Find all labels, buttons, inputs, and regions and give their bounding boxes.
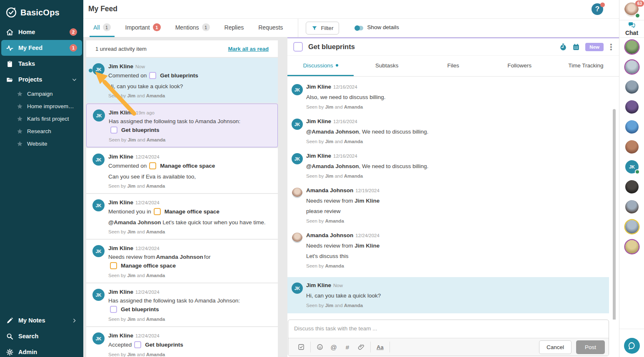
attachment-icon[interactable] bbox=[358, 344, 364, 350]
user-avatar[interactable] bbox=[625, 40, 639, 54]
project-item-karls-first-project[interactable]: Karls first project bbox=[0, 112, 83, 125]
task-tab-followers[interactable]: Followers bbox=[487, 56, 553, 76]
sidebar-item-my-feed[interactable]: My Feed1 bbox=[1, 40, 82, 56]
star-icon bbox=[17, 116, 23, 122]
feed-tab-requests[interactable]: Requests bbox=[255, 19, 287, 37]
user-avatar[interactable] bbox=[625, 140, 639, 154]
user-avatar[interactable] bbox=[625, 240, 639, 253]
logo[interactable]: BasicOps bbox=[0, 0, 83, 24]
task-tab-files[interactable]: Files bbox=[420, 56, 486, 76]
text-segment: Let's take quick tour when you have time… bbox=[161, 219, 265, 226]
mark-all-as-read-link[interactable]: Mark all as read bbox=[228, 46, 269, 52]
filter-button[interactable]: Filter bbox=[306, 22, 339, 35]
timer-icon[interactable] bbox=[559, 43, 567, 51]
task-chip-checkbox[interactable] bbox=[149, 162, 156, 169]
format-icon[interactable]: Aa bbox=[377, 344, 384, 350]
user-avatar-jk[interactable]: JK bbox=[625, 160, 639, 174]
task-chip[interactable]: Get blueprints bbox=[149, 72, 198, 79]
user-avatar: JK bbox=[92, 289, 105, 301]
online-status-dot bbox=[635, 13, 640, 18]
cancel-button[interactable]: Cancel bbox=[539, 340, 572, 354]
task-tab-label: Subtasks bbox=[375, 62, 399, 69]
hashtag-icon[interactable]: # bbox=[344, 344, 351, 350]
text-segment: Seen by bbox=[306, 139, 325, 144]
show-details-toggle[interactable] bbox=[355, 26, 363, 30]
feed-tab-label: All bbox=[93, 24, 100, 31]
text-segment: Can you see if Eva is available too, bbox=[108, 174, 196, 180]
mention-icon[interactable]: @ bbox=[330, 344, 337, 350]
message-text: Hi, can you take a quick look? bbox=[306, 293, 609, 299]
project-item-website[interactable]: Website bbox=[0, 137, 83, 150]
text-segment: and bbox=[135, 352, 146, 357]
sidebar-item-home[interactable]: Home2 bbox=[1, 24, 82, 40]
more-options-icon[interactable]: ••• bbox=[609, 43, 613, 51]
sidebar-item-projects[interactable]: Projects bbox=[1, 72, 82, 87]
chat-rail: 63 Chat JK bbox=[619, 0, 644, 357]
feed-item[interactable]: JKJim Kline19m agoHas assigned the follo… bbox=[86, 104, 278, 147]
user-avatar[interactable] bbox=[625, 100, 639, 114]
project-item-campaign[interactable]: Campaign bbox=[0, 87, 83, 100]
task-chip[interactable]: Get blueprints bbox=[134, 341, 183, 348]
sidebar-item-admin[interactable]: Admin bbox=[1, 344, 82, 357]
notification-count-badge[interactable]: 63 bbox=[635, 0, 644, 7]
post-button[interactable]: Post bbox=[576, 340, 605, 354]
calendar-icon[interactable] bbox=[572, 43, 580, 51]
text-segment: Seen by bbox=[306, 174, 325, 178]
task-chip-checkbox[interactable] bbox=[154, 208, 161, 215]
task-tab-time-tracking[interactable]: Time Tracking bbox=[553, 56, 619, 76]
feed-item[interactable]: JKJim Kline12/24/2024Has assigned the fo… bbox=[86, 283, 278, 326]
feed-item[interactable]: JKJim Kline12/24/2024Mentioned you inMan… bbox=[86, 194, 278, 239]
project-item-home-improvem-[interactable]: Home improvem… bbox=[0, 100, 83, 112]
support-chat-button[interactable] bbox=[624, 338, 640, 354]
feed-list: JKJim KlineNowCommented onGet blueprints… bbox=[86, 58, 278, 357]
sidebar-item-search[interactable]: Search bbox=[1, 328, 82, 344]
author-name: Jim Kline bbox=[306, 153, 331, 159]
user-avatar[interactable] bbox=[625, 180, 639, 193]
task-chip[interactable]: Get blueprints bbox=[110, 306, 159, 313]
task-chip-checkbox[interactable] bbox=[134, 341, 141, 348]
feed-tab-replies[interactable]: Replies bbox=[221, 19, 248, 37]
feed-item-header: Jim Kline12/24/2024 bbox=[108, 199, 272, 206]
user-avatar: JK bbox=[292, 283, 303, 294]
task-chip[interactable]: Manage office space bbox=[149, 162, 215, 169]
user-avatar[interactable] bbox=[625, 80, 639, 94]
task-checkbox-icon[interactable] bbox=[298, 344, 305, 350]
task-chip-checkbox[interactable] bbox=[149, 72, 156, 79]
discussion-message: JKJim KlineNowHi, can you take a quick l… bbox=[287, 277, 609, 313]
text-segment: Amanda bbox=[146, 183, 165, 188]
feed-tab-mentions[interactable]: Mentions1 bbox=[172, 19, 214, 37]
feed-item[interactable]: JKJim Kline12/24/2024AcceptedGet bluepri… bbox=[86, 327, 278, 357]
task-tab-subtasks[interactable]: Subtasks bbox=[354, 56, 420, 76]
task-chip-checkbox[interactable] bbox=[110, 306, 117, 313]
user-avatar: JK bbox=[92, 332, 105, 345]
sidebar-item-my-notes[interactable]: My Notes bbox=[1, 312, 82, 328]
feed-item-body: Hi, can you take a quick look? bbox=[108, 83, 272, 89]
task-chip[interactable]: Manage office space bbox=[110, 262, 176, 269]
feed-tab-all[interactable]: All1 bbox=[90, 19, 115, 37]
author-name: Jim Kline bbox=[108, 332, 133, 339]
composer-input[interactable]: Discuss this task with the team ... bbox=[288, 320, 609, 338]
feed-item[interactable]: JKJim KlineNowCommented onGet blueprints… bbox=[86, 58, 278, 103]
user-avatar[interactable] bbox=[625, 60, 639, 74]
task-checkbox[interactable] bbox=[293, 42, 303, 52]
task-chip[interactable]: Get blueprints bbox=[110, 126, 160, 134]
task-tab-discussions[interactable]: Discussions bbox=[287, 56, 354, 76]
user-avatar[interactable] bbox=[625, 200, 639, 213]
feed-tab-important[interactable]: Important1 bbox=[122, 19, 165, 37]
sidebar-item-tasks[interactable]: Tasks bbox=[1, 56, 82, 72]
task-chip-checkbox[interactable] bbox=[110, 126, 117, 134]
scrollbar-thumb[interactable] bbox=[613, 109, 616, 320]
task-chip[interactable]: Manage office space bbox=[154, 208, 220, 215]
task-chip-checkbox[interactable] bbox=[110, 262, 117, 269]
home-icon bbox=[6, 29, 13, 36]
user-avatar: JK bbox=[92, 63, 105, 75]
user-avatar[interactable] bbox=[625, 220, 639, 233]
emoji-icon[interactable] bbox=[317, 344, 323, 350]
sidebar-bottom-nav: My NotesSearchAdmin bbox=[0, 312, 83, 357]
feed-item[interactable]: JKJim Kline12/24/2024Commented onManage … bbox=[86, 148, 278, 193]
feed-item[interactable]: JKJim Kline12/24/2024Needs review from A… bbox=[86, 240, 278, 283]
chat-button[interactable]: Chat bbox=[619, 22, 644, 36]
user-avatar[interactable] bbox=[625, 120, 639, 134]
project-item-research[interactable]: Research bbox=[0, 125, 83, 137]
project-label: Karls first project bbox=[27, 116, 69, 122]
